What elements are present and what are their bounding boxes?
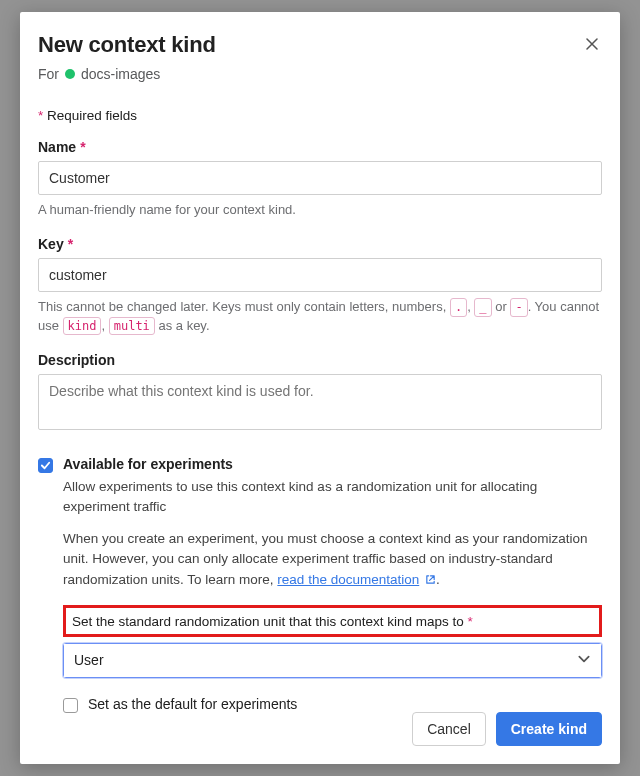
- project-status-dot: [65, 69, 75, 79]
- key-help-post: as a key.: [155, 318, 210, 333]
- required-fields-text: Required fields: [47, 108, 137, 123]
- default-for-experiments-label: Set as the default for experiments: [88, 696, 297, 712]
- for-label: For: [38, 66, 59, 82]
- available-for-experiments-row: Available for experiments: [38, 456, 602, 473]
- check-icon: [40, 460, 51, 471]
- documentation-link[interactable]: read the documentation: [277, 572, 419, 587]
- experiments-sub1: Allow experiments to use this context ki…: [63, 477, 602, 518]
- description-input[interactable]: [38, 374, 602, 430]
- randomization-unit-label-text: Set the standard randomization unit that…: [72, 614, 464, 629]
- code-token-multi: multi: [109, 317, 155, 336]
- sep: ,: [101, 318, 108, 333]
- name-field-group: Name * A human-friendly name for your co…: [38, 139, 602, 220]
- available-for-experiments-checkbox[interactable]: [38, 458, 53, 473]
- name-label: Name *: [38, 139, 602, 155]
- asterisk-icon: *: [68, 236, 73, 252]
- name-help: A human-friendly name for your context k…: [38, 201, 602, 220]
- randomization-unit-select-wrap: User: [63, 643, 602, 678]
- key-help: This cannot be changed later. Keys must …: [38, 298, 602, 336]
- key-label-text: Key: [38, 236, 64, 252]
- available-for-experiments-label: Available for experiments: [63, 456, 233, 472]
- asterisk-icon: *: [38, 108, 43, 123]
- sep: ,: [467, 299, 474, 314]
- default-for-experiments-checkbox[interactable]: [63, 698, 78, 713]
- experiments-sub2-post: .: [436, 572, 440, 587]
- external-link-icon: [425, 571, 436, 591]
- experiments-sub2: When you create an experiment, you must …: [63, 529, 602, 591]
- asterisk-icon: *: [80, 139, 85, 155]
- name-label-text: Name: [38, 139, 76, 155]
- code-token-dash: -: [510, 298, 527, 317]
- default-for-experiments-row: Set as the default for experiments: [63, 696, 602, 713]
- randomization-unit-label: Set the standard randomization unit that…: [72, 614, 473, 629]
- chevron-down-icon: [577, 652, 591, 669]
- modal-title: New context kind: [38, 32, 602, 58]
- documentation-link-text: read the documentation: [277, 572, 419, 587]
- name-input[interactable]: [38, 161, 602, 195]
- close-icon: [586, 38, 598, 50]
- description-label: Description: [38, 352, 602, 368]
- sep: or: [492, 299, 511, 314]
- project-name: docs-images: [81, 66, 160, 82]
- randomization-unit-value: User: [74, 652, 104, 668]
- cancel-button[interactable]: Cancel: [412, 712, 486, 746]
- modal-header: New context kind For docs-images: [38, 32, 602, 82]
- code-token-kind: kind: [63, 317, 102, 336]
- randomization-unit-select[interactable]: User: [64, 644, 601, 677]
- project-row: For docs-images: [38, 66, 602, 82]
- key-label: Key *: [38, 236, 602, 252]
- code-token-underscore: _: [474, 298, 491, 317]
- description-label-text: Description: [38, 352, 115, 368]
- experiments-sub-block: Allow experiments to use this context ki…: [63, 477, 602, 591]
- required-fields-note: * Required fields: [38, 108, 602, 123]
- key-input[interactable]: [38, 258, 602, 292]
- key-help-pre: This cannot be changed later. Keys must …: [38, 299, 450, 314]
- close-button[interactable]: [582, 34, 602, 54]
- description-field-group: Description: [38, 352, 602, 434]
- create-kind-button[interactable]: Create kind: [496, 712, 602, 746]
- asterisk-icon: *: [468, 614, 473, 629]
- key-field-group: Key * This cannot be changed later. Keys…: [38, 236, 602, 336]
- code-token-dot: .: [450, 298, 467, 317]
- highlight-annotation: Set the standard randomization unit that…: [63, 605, 602, 637]
- modal-footer: Cancel Create kind: [412, 712, 602, 746]
- new-context-kind-modal: New context kind For docs-images * Requi…: [20, 12, 620, 764]
